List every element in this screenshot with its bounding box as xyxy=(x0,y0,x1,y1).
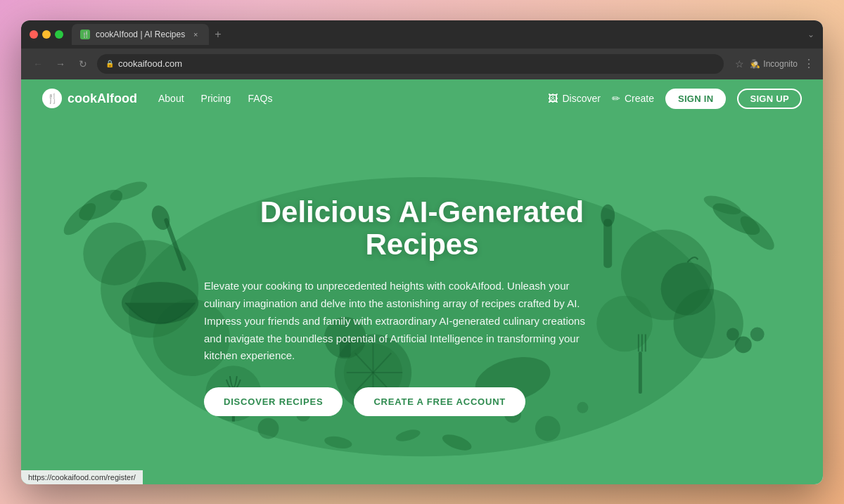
browser-window: 🍴 cookAIfood | AI Recipes × + ⌄ ← → ↻ 🔒 … xyxy=(21,20,823,484)
discover-label: Discover xyxy=(562,93,600,104)
maximize-button[interactable] xyxy=(55,30,63,39)
new-tab-button[interactable]: + xyxy=(209,29,226,40)
bookmark-button[interactable]: ☆ xyxy=(735,58,744,70)
url-text: cookaifood.com xyxy=(118,58,182,69)
tabs-chevron-button[interactable]: ⌄ xyxy=(807,30,814,39)
logo-icon: 🍴 xyxy=(42,89,62,108)
minimize-button[interactable] xyxy=(42,30,51,39)
nav-discover-link[interactable]: 🖼 Discover xyxy=(548,93,600,104)
forward-button[interactable]: → xyxy=(52,56,69,72)
url-actions: ☆ 🕵 Incognito ⋮ xyxy=(735,57,814,70)
url-bar[interactable]: 🔒 cookaifood.com xyxy=(97,54,724,74)
hero-section: Delicious AI-Generated Recipes Elevate y… xyxy=(21,79,823,484)
hero-content: Delicious AI-Generated Recipes Elevate y… xyxy=(204,168,640,416)
status-url: https://cookaifood.com/register/ xyxy=(28,473,136,482)
hero-title: Delicious AI-Generated Recipes xyxy=(204,196,640,261)
nav-pricing[interactable]: Pricing xyxy=(201,93,231,104)
traffic-lights xyxy=(30,30,63,39)
status-bar: https://cookaifood.com/register/ xyxy=(21,470,143,484)
nav-right: 🖼 Discover ✏ Create SIGN IN SIGN UP xyxy=(548,89,802,109)
active-tab[interactable]: 🍴 cookAIfood | AI Recipes × xyxy=(72,24,209,45)
signin-button[interactable]: SIGN IN xyxy=(665,89,727,109)
incognito-icon: 🕵 xyxy=(750,59,760,69)
nav-create-link[interactable]: ✏ Create xyxy=(612,93,654,104)
lock-icon: 🔒 xyxy=(106,60,114,67)
tab-title: cookAIfood | AI Recipes xyxy=(96,30,185,39)
browser-menu-button[interactable]: ⋮ xyxy=(803,57,814,70)
tab-close-button[interactable]: × xyxy=(191,30,200,39)
discover-recipes-button[interactable]: DISCOVER RECIPES xyxy=(204,387,343,416)
logo-text: cookAIfood xyxy=(68,91,137,106)
back-button[interactable]: ← xyxy=(30,56,46,72)
website-content: 🍴 cookAIfood About Pricing FAQs 🖼 Discov… xyxy=(21,79,823,484)
title-bar: 🍴 cookAIfood | AI Recipes × + ⌄ xyxy=(21,20,823,49)
signup-button[interactable]: SIGN UP xyxy=(737,89,802,109)
incognito-button[interactable]: 🕵 Incognito xyxy=(750,59,798,69)
nav-links: About Pricing FAQs xyxy=(158,92,272,105)
create-account-button[interactable]: CREATE A FREE ACCOUNT xyxy=(354,387,525,416)
hero-buttons: DISCOVER RECIPES CREATE A FREE ACCOUNT xyxy=(204,387,640,416)
refresh-button[interactable]: ↻ xyxy=(75,56,91,72)
nav-faqs[interactable]: FAQs xyxy=(248,93,272,104)
tab-bar: 🍴 cookAIfood | AI Recipes × + ⌄ xyxy=(72,24,814,45)
site-nav: 🍴 cookAIfood About Pricing FAQs 🖼 Discov… xyxy=(21,79,823,118)
create-icon: ✏ xyxy=(612,93,620,104)
incognito-label: Incognito xyxy=(763,59,798,69)
address-bar: ← → ↻ 🔒 cookaifood.com ☆ 🕵 Incognito ⋮ xyxy=(21,49,823,79)
tab-favicon: 🍴 xyxy=(80,30,90,39)
logo[interactable]: 🍴 cookAIfood xyxy=(42,89,137,108)
discover-icon: 🖼 xyxy=(548,93,558,104)
hero-description: Elevate your cooking to unprecedented he… xyxy=(204,278,598,365)
close-button[interactable] xyxy=(30,30,38,39)
nav-about[interactable]: About xyxy=(158,93,184,104)
create-label: Create xyxy=(625,93,654,104)
